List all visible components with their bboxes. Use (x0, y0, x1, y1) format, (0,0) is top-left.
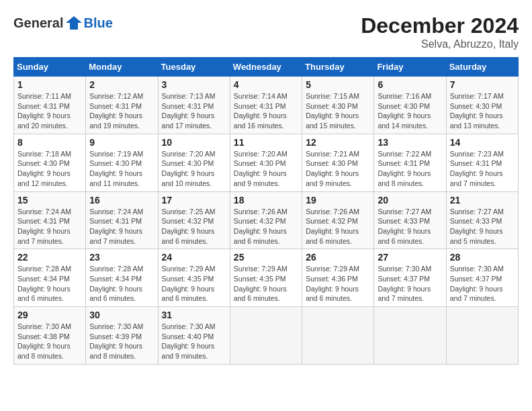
day-number: 28 (450, 252, 515, 263)
calendar-cell: 13Sunrise: 7:22 AM Sunset: 4:31 PM Dayli… (374, 134, 446, 191)
calendar-cell: 14Sunrise: 7:23 AM Sunset: 4:31 PM Dayli… (446, 134, 518, 191)
title-block: December 2024 Selva, Abruzzo, Italy (361, 13, 519, 50)
day-info: Sunrise: 7:21 AM Sunset: 4:30 PM Dayligh… (306, 149, 370, 189)
day-info: Sunrise: 7:24 AM Sunset: 4:31 PM Dayligh… (17, 207, 82, 246)
calendar-cell: 7Sunrise: 7:17 AM Sunset: 4:30 PM Daylig… (446, 77, 518, 134)
day-info: Sunrise: 7:15 AM Sunset: 4:30 PM Dayligh… (306, 91, 370, 131)
calendar-cell: 2Sunrise: 7:12 AM Sunset: 4:31 PM Daylig… (86, 77, 158, 134)
day-info: Sunrise: 7:25 AM Sunset: 4:32 PM Dayligh… (162, 207, 226, 246)
calendar-cell: 29Sunrise: 7:30 AM Sunset: 4:38 PM Dayli… (14, 307, 86, 365)
weekday-header: Friday (374, 58, 446, 77)
day-number: 8 (17, 137, 82, 148)
day-info: Sunrise: 7:27 AM Sunset: 4:33 PM Dayligh… (378, 207, 442, 246)
day-number: 12 (306, 137, 370, 148)
weekday-header: Monday (86, 58, 158, 77)
calendar-cell: 9Sunrise: 7:19 AM Sunset: 4:30 PM Daylig… (86, 134, 158, 191)
calendar-cell: 22Sunrise: 7:28 AM Sunset: 4:34 PM Dayli… (14, 249, 86, 307)
day-number: 25 (234, 252, 298, 263)
day-info: Sunrise: 7:16 AM Sunset: 4:30 PM Dayligh… (378, 91, 442, 131)
day-info: Sunrise: 7:30 AM Sunset: 4:38 PM Dayligh… (17, 322, 82, 361)
weekday-header: Tuesday (158, 58, 230, 77)
day-info: Sunrise: 7:28 AM Sunset: 4:34 PM Dayligh… (17, 264, 82, 304)
day-number: 22 (17, 252, 82, 263)
day-info: Sunrise: 7:23 AM Sunset: 4:31 PM Dayligh… (450, 149, 515, 189)
day-number: 14 (450, 137, 515, 148)
day-info: Sunrise: 7:20 AM Sunset: 4:30 PM Dayligh… (162, 149, 226, 189)
calendar-cell: 30Sunrise: 7:30 AM Sunset: 4:39 PM Dayli… (86, 307, 158, 365)
day-number: 31 (162, 310, 226, 320)
calendar-cell: 27Sunrise: 7:30 AM Sunset: 4:37 PM Dayli… (374, 249, 446, 307)
day-info: Sunrise: 7:30 AM Sunset: 4:40 PM Dayligh… (162, 322, 226, 361)
weekday-header: Saturday (446, 58, 518, 77)
day-number: 1 (17, 79, 82, 90)
day-number: 30 (89, 310, 154, 320)
day-number: 17 (162, 195, 226, 205)
day-number: 7 (450, 79, 515, 90)
calendar-cell: 26Sunrise: 7:29 AM Sunset: 4:36 PM Dayli… (302, 249, 374, 307)
calendar-cell: 28Sunrise: 7:30 AM Sunset: 4:37 PM Dayli… (446, 249, 518, 307)
day-number: 6 (378, 79, 442, 90)
day-info: Sunrise: 7:29 AM Sunset: 4:35 PM Dayligh… (162, 264, 226, 304)
day-info: Sunrise: 7:20 AM Sunset: 4:30 PM Dayligh… (234, 149, 298, 189)
calendar-table: SundayMondayTuesdayWednesdayThursdayFrid… (13, 57, 519, 365)
page-header: General Blue December 2024 Selva, Abruzz… (13, 13, 519, 50)
calendar-week-row: 8Sunrise: 7:18 AM Sunset: 4:30 PM Daylig… (14, 134, 519, 191)
day-number: 16 (89, 195, 154, 205)
logo-general-text: General (13, 15, 63, 31)
day-info: Sunrise: 7:30 AM Sunset: 4:37 PM Dayligh… (378, 264, 442, 304)
day-info: Sunrise: 7:14 AM Sunset: 4:31 PM Dayligh… (234, 91, 298, 131)
calendar-cell: 18Sunrise: 7:26 AM Sunset: 4:32 PM Dayli… (230, 191, 302, 249)
day-info: Sunrise: 7:27 AM Sunset: 4:33 PM Dayligh… (450, 207, 515, 246)
day-number: 20 (378, 195, 442, 205)
day-info: Sunrise: 7:26 AM Sunset: 4:32 PM Dayligh… (306, 207, 370, 246)
day-info: Sunrise: 7:30 AM Sunset: 4:37 PM Dayligh… (450, 264, 515, 304)
day-number: 10 (162, 137, 226, 148)
day-info: Sunrise: 7:11 AM Sunset: 4:31 PM Dayligh… (17, 91, 82, 131)
calendar-cell: 20Sunrise: 7:27 AM Sunset: 4:33 PM Dayli… (374, 191, 446, 249)
logo-blue-text: Blue (83, 15, 112, 31)
calendar-cell (446, 307, 518, 365)
location: Selva, Abruzzo, Italy (361, 38, 519, 50)
calendar-week-row: 22Sunrise: 7:28 AM Sunset: 4:34 PM Dayli… (14, 249, 519, 307)
day-info: Sunrise: 7:18 AM Sunset: 4:30 PM Dayligh… (17, 149, 82, 189)
day-info: Sunrise: 7:22 AM Sunset: 4:31 PM Dayligh… (378, 149, 442, 189)
day-number: 27 (378, 252, 442, 263)
calendar-cell: 11Sunrise: 7:20 AM Sunset: 4:30 PM Dayli… (230, 134, 302, 191)
weekday-header: Sunday (14, 58, 86, 77)
day-number: 21 (450, 195, 515, 205)
day-number: 24 (162, 252, 226, 263)
calendar-cell: 10Sunrise: 7:20 AM Sunset: 4:30 PM Dayli… (158, 134, 230, 191)
weekday-header-row: SundayMondayTuesdayWednesdayThursdayFrid… (14, 58, 519, 77)
day-info: Sunrise: 7:17 AM Sunset: 4:30 PM Dayligh… (450, 91, 515, 131)
day-info: Sunrise: 7:19 AM Sunset: 4:30 PM Dayligh… (89, 149, 154, 189)
calendar-cell: 3Sunrise: 7:13 AM Sunset: 4:31 PM Daylig… (158, 77, 230, 134)
calendar-week-row: 1Sunrise: 7:11 AM Sunset: 4:31 PM Daylig… (14, 77, 519, 134)
calendar-cell (230, 307, 302, 365)
day-info: Sunrise: 7:29 AM Sunset: 4:36 PM Dayligh… (306, 264, 370, 304)
day-info: Sunrise: 7:12 AM Sunset: 4:31 PM Dayligh… (89, 91, 154, 131)
day-number: 19 (306, 195, 370, 205)
calendar-week-row: 15Sunrise: 7:24 AM Sunset: 4:31 PM Dayli… (14, 191, 519, 249)
day-number: 29 (17, 310, 82, 320)
day-info: Sunrise: 7:24 AM Sunset: 4:31 PM Dayligh… (89, 207, 154, 246)
calendar-cell: 16Sunrise: 7:24 AM Sunset: 4:31 PM Dayli… (86, 191, 158, 249)
day-info: Sunrise: 7:28 AM Sunset: 4:34 PM Dayligh… (89, 264, 154, 304)
calendar-cell: 12Sunrise: 7:21 AM Sunset: 4:30 PM Dayli… (302, 134, 374, 191)
logo: General Blue (13, 13, 113, 32)
calendar-cell: 24Sunrise: 7:29 AM Sunset: 4:35 PM Dayli… (158, 249, 230, 307)
day-number: 4 (234, 79, 298, 90)
day-info: Sunrise: 7:29 AM Sunset: 4:35 PM Dayligh… (234, 264, 298, 304)
day-number: 15 (17, 195, 82, 205)
day-number: 26 (306, 252, 370, 263)
calendar-cell (302, 307, 374, 365)
day-number: 3 (162, 79, 226, 90)
day-number: 9 (89, 137, 154, 148)
day-number: 23 (89, 252, 154, 263)
calendar-cell: 6Sunrise: 7:16 AM Sunset: 4:30 PM Daylig… (374, 77, 446, 134)
calendar-cell: 23Sunrise: 7:28 AM Sunset: 4:34 PM Dayli… (86, 249, 158, 307)
calendar-cell: 1Sunrise: 7:11 AM Sunset: 4:31 PM Daylig… (14, 77, 86, 134)
day-number: 18 (234, 195, 298, 205)
weekday-header: Wednesday (230, 58, 302, 77)
logo-icon (64, 13, 83, 32)
day-number: 11 (234, 137, 298, 148)
